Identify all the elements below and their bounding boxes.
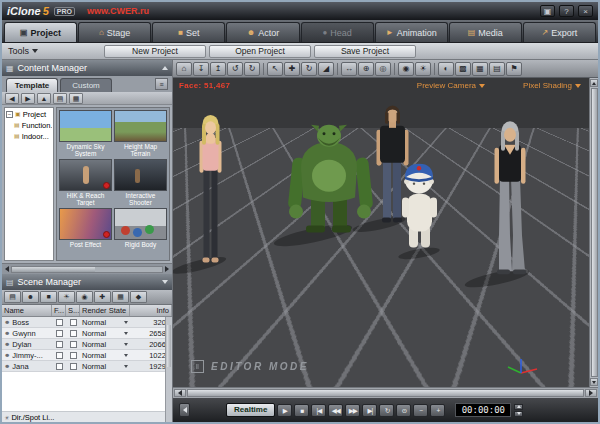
save-project-button[interactable]: Save Project <box>314 45 416 58</box>
filter-prop-icon[interactable]: ■ <box>40 291 57 303</box>
back-icon[interactable]: ◀ <box>5 93 19 104</box>
scene-manager-header[interactable]: ▤ Scene Manager <box>2 274 172 290</box>
scroll-left-icon[interactable] <box>174 389 186 397</box>
show-checkbox[interactable] <box>70 352 77 359</box>
preview-camera-dropdown[interactable]: Preview Camera <box>417 81 485 90</box>
table-row[interactable]: ☻Gwynn Normal 26589 <box>2 328 172 339</box>
show-checkbox[interactable] <box>70 363 77 370</box>
table-row[interactable]: ☻Dylan Normal 20663 <box>2 339 172 350</box>
template-height-map[interactable]: Height Map Terrain <box>114 110 167 157</box>
tree-expander-icon[interactable]: − <box>6 111 13 118</box>
home-icon[interactable]: ⌂ <box>176 62 192 76</box>
page-right-icon[interactable] <box>165 266 169 272</box>
tab-head[interactable]: ●Head <box>301 22 374 42</box>
tab-project[interactable]: ▣Project <box>4 22 77 42</box>
shading-mode-dropdown[interactable]: Pixel Shading <box>523 81 581 90</box>
scroll-down-icon[interactable] <box>590 378 598 386</box>
render-state-value[interactable]: Normal <box>82 362 106 371</box>
table-row[interactable]: ☻Boss Normal 3200 <box>2 317 172 328</box>
character-baby[interactable] <box>402 164 437 248</box>
first-frame-button[interactable]: |◀ <box>311 404 326 417</box>
spinner-down-icon[interactable] <box>514 411 523 417</box>
column-s[interactable]: S... <box>66 305 80 316</box>
close-icon[interactable]: × <box>578 5 593 17</box>
collapse-playbar-button[interactable] <box>179 403 190 417</box>
freeze-checkbox[interactable] <box>56 319 63 326</box>
prev-frame-button[interactable]: ◀◀ <box>328 404 343 417</box>
open-project-button[interactable]: Open Project <box>209 45 311 58</box>
vertical-scroll-thumb[interactable] <box>591 88 598 377</box>
skin-icon[interactable]: ▣ <box>540 5 555 17</box>
wireframe-icon[interactable]: ▩ <box>455 62 471 76</box>
pager-thumb[interactable] <box>12 267 95 272</box>
horizontal-scroll-thumb[interactable] <box>187 389 584 397</box>
character-gray-woman[interactable] <box>495 121 527 274</box>
forward-icon[interactable]: ▶ <box>21 93 35 104</box>
content-manager-header[interactable]: ▦ Content Manager <box>2 60 172 76</box>
template-interactive-shooter[interactable]: Interactive Shooter <box>114 159 167 206</box>
play-button[interactable]: ▶ <box>277 404 292 417</box>
loop-button[interactable]: ↻ <box>379 404 394 417</box>
viewport-canvas[interactable]: Face: 51,467 Preview Camera Pixel Shadin… <box>173 78 589 387</box>
character-monster[interactable] <box>288 125 374 233</box>
scroll-right-icon[interactable] <box>585 389 597 397</box>
tree-item-function[interactable]: ▤ Function... <box>6 120 52 131</box>
move-icon[interactable]: ✚ <box>284 62 300 76</box>
page-left-icon[interactable] <box>5 266 9 272</box>
show-checkbox[interactable] <box>70 341 77 348</box>
stop-button[interactable]: ■ <box>294 404 309 417</box>
time-setting-button[interactable]: ⊙ <box>396 404 411 417</box>
show-checkbox[interactable] <box>70 319 77 326</box>
light-icon[interactable]: ☀ <box>415 62 431 76</box>
render-state-value[interactable]: Normal <box>82 351 106 360</box>
template-post-effect[interactable]: Post Effect <box>59 208 112 255</box>
freeze-checkbox[interactable] <box>56 341 63 348</box>
tab-actor[interactable]: ☻Actor <box>226 22 299 42</box>
tab-media[interactable]: ▤Media <box>449 22 522 42</box>
table-scrollbar[interactable] <box>165 317 172 422</box>
rotate-icon[interactable]: ↻ <box>301 62 317 76</box>
table-row-light[interactable]: ☀ Dir./Spot Li... <box>2 411 172 422</box>
freeze-checkbox[interactable] <box>56 352 63 359</box>
tools-menu[interactable]: Tools <box>8 46 38 56</box>
filter-light-icon[interactable]: ☀ <box>58 291 75 303</box>
help-icon[interactable]: ? <box>559 5 574 17</box>
add-key-button[interactable]: + <box>430 404 445 417</box>
viewport-horizontal-scrollbar[interactable] <box>173 387 598 398</box>
shadow-icon[interactable]: ◐ <box>438 62 454 76</box>
filter-misc-icon[interactable]: ◆ <box>130 291 147 303</box>
texture-icon[interactable]: ▦ <box>472 62 488 76</box>
tab-stage[interactable]: ⌂Stage <box>78 22 151 42</box>
frame-spinner[interactable] <box>514 404 523 417</box>
undo-icon[interactable]: ↺ <box>227 62 243 76</box>
pan-icon[interactable]: ↔ <box>341 62 357 76</box>
template-dynamic-sky[interactable]: Dynamic Sky System <box>59 110 112 157</box>
pager-scrollbar[interactable] <box>11 266 163 273</box>
realtime-button[interactable]: Realtime <box>226 403 275 417</box>
zoom-icon[interactable]: ⊕ <box>358 62 374 76</box>
tab-export[interactable]: ↗Export <box>523 22 596 42</box>
tree-item-indoor[interactable]: ▤ Indoor... <box>6 131 52 142</box>
last-frame-button[interactable]: ▶| <box>362 404 377 417</box>
viewport-vertical-scrollbar[interactable] <box>589 78 598 387</box>
table-row[interactable]: ☻Jimmy-... Normal 10228 <box>2 350 172 361</box>
spinner-up-icon[interactable] <box>514 404 523 410</box>
column-name[interactable]: Name <box>2 305 52 316</box>
render-state-value[interactable]: Normal <box>82 318 106 327</box>
redo-icon[interactable]: ↻ <box>244 62 260 76</box>
show-checkbox[interactable] <box>70 330 77 337</box>
scroll-up-icon[interactable] <box>590 79 598 87</box>
tab-animation[interactable]: ►Animation <box>375 22 448 42</box>
scale-icon[interactable]: ◢ <box>318 62 334 76</box>
list-view-icon[interactable]: ▤ <box>53 93 67 104</box>
table-scroll-thumb[interactable] <box>167 325 171 367</box>
new-project-button[interactable]: New Project <box>104 45 206 58</box>
remove-key-button[interactable]: − <box>413 404 428 417</box>
import-icon[interactable]: ↧ <box>193 62 209 76</box>
character-blonde-woman[interactable] <box>200 115 222 263</box>
tab-set[interactable]: ■Set <box>152 22 225 42</box>
grid-icon[interactable]: ▤ <box>489 62 505 76</box>
panel-menu-icon[interactable]: ≡ <box>155 78 168 90</box>
template-rigid-body[interactable]: Rigid Body <box>114 208 167 255</box>
collapse-icon[interactable] <box>162 66 168 70</box>
